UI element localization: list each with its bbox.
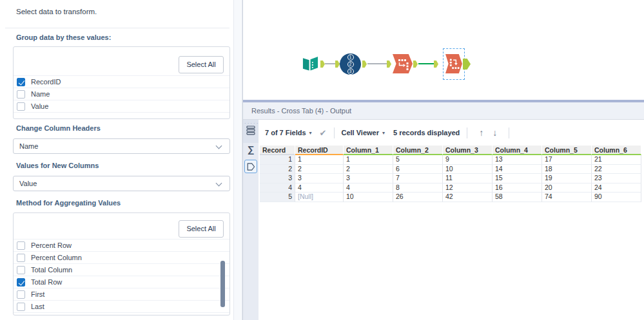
- table-cell[interactable]: 2: [295, 165, 344, 174]
- group-by-item[interactable]: RecordID: [14, 76, 229, 88]
- data-view-button[interactable]: [244, 160, 257, 173]
- aggregation-item[interactable]: Percent Row: [14, 240, 229, 252]
- toolbar-separator: [509, 127, 509, 138]
- table-cell[interactable]: [Null]: [295, 193, 344, 202]
- row-number-cell[interactable]: 2: [260, 165, 295, 174]
- table-cell[interactable]: 14: [493, 165, 542, 174]
- table-cell[interactable]: 5: [393, 155, 443, 165]
- table-cell[interactable]: 6: [393, 165, 443, 174]
- column-header[interactable]: Column_3: [443, 146, 493, 155]
- checkbox[interactable]: [17, 102, 25, 111]
- column-header[interactable]: Column_4: [493, 146, 542, 155]
- row-number-cell[interactable]: 5: [260, 193, 295, 202]
- aggregation-item[interactable]: Percent Column: [14, 252, 229, 264]
- table-cell[interactable]: 3: [344, 174, 393, 184]
- input-anchor[interactable]: [335, 61, 340, 68]
- group-by-item[interactable]: Value: [14, 100, 229, 113]
- values-for-new-columns-select[interactable]: Value: [13, 176, 230, 191]
- tool-transpose[interactable]: [393, 54, 413, 73]
- layout-dock-button[interactable]: ·····: [243, 120, 259, 143]
- checkbox[interactable]: [17, 303, 25, 311]
- table-cell[interactable]: 12: [443, 184, 493, 193]
- config-panel-scrollbar-track[interactable]: [233, 0, 242, 320]
- table-cell[interactable]: 4: [295, 184, 344, 193]
- apply-check-icon[interactable]: ✔: [320, 128, 327, 138]
- table-cell[interactable]: 21: [592, 155, 641, 165]
- table-cell[interactable]: 24: [592, 184, 641, 193]
- row-number-cell[interactable]: 1: [260, 155, 295, 165]
- transpose-icon: [396, 57, 409, 70]
- connection-wire-green[interactable]: [418, 63, 434, 64]
- table-cell[interactable]: 2: [344, 165, 393, 174]
- table-cell[interactable]: 17: [542, 155, 592, 165]
- table-cell[interactable]: 16: [493, 184, 542, 193]
- table-cell[interactable]: 18: [542, 165, 592, 174]
- table-cell[interactable]: 4: [344, 184, 393, 193]
- table-cell[interactable]: 23: [592, 174, 641, 184]
- table-cell[interactable]: 90: [592, 193, 641, 202]
- input-anchor[interactable]: [434, 61, 438, 68]
- change-column-headers-select[interactable]: Name: [13, 138, 230, 154]
- table-cell[interactable]: 22: [592, 165, 641, 174]
- table-cell[interactable]: 9: [443, 155, 493, 165]
- table-cell[interactable]: 8: [393, 184, 443, 193]
- column-header[interactable]: Column_1: [344, 146, 393, 155]
- tool-text-input[interactable]: [302, 54, 319, 75]
- column-header[interactable]: Column_2: [393, 146, 443, 155]
- aggregation-item[interactable]: Total Column: [14, 264, 229, 276]
- row-number-cell[interactable]: 4: [260, 184, 295, 193]
- group-by-select-all-button[interactable]: Select All: [179, 56, 224, 73]
- chevron-down-icon: [216, 143, 222, 149]
- cell-viewer-dropdown[interactable]: Cell Viewer ▾: [342, 129, 385, 136]
- metadata-view-button[interactable]: ∑: [243, 144, 259, 155]
- column-header[interactable]: RecordID: [295, 146, 344, 155]
- column-header[interactable]: Column_5: [542, 146, 592, 155]
- checkbox-label: Total Row: [31, 278, 62, 286]
- output-anchor[interactable]: [320, 61, 325, 68]
- table-cell[interactable]: 74: [542, 193, 592, 202]
- output-anchor[interactable]: [463, 59, 471, 70]
- tool-record-id[interactable]: 1 2 3: [340, 53, 361, 75]
- row-number-cell[interactable]: 3: [260, 174, 295, 184]
- column-header[interactable]: Record: [260, 146, 295, 155]
- aggregation-item[interactable]: First: [14, 288, 229, 301]
- checkbox[interactable]: [17, 266, 25, 274]
- checkbox[interactable]: [17, 254, 25, 262]
- table-cell[interactable]: 1: [344, 155, 393, 165]
- table-cell[interactable]: 58: [493, 193, 542, 202]
- group-by-items: RecordID Name Value: [14, 75, 229, 113]
- table-cell[interactable]: 10: [344, 193, 393, 202]
- aggregation-item[interactable]: Total Row: [14, 276, 229, 288]
- output-anchor[interactable]: [362, 61, 367, 68]
- checkbox[interactable]: [17, 241, 25, 250]
- table-cell[interactable]: 1: [295, 155, 344, 165]
- column-header[interactable]: Column_6: [592, 146, 641, 155]
- table-cell[interactable]: 42: [443, 193, 493, 202]
- table-cell[interactable]: 20: [542, 184, 592, 193]
- table-cell[interactable]: 19: [542, 174, 592, 184]
- results-header[interactable]: Results - Cross Tab (4) - Output: [243, 102, 644, 120]
- table-cell[interactable]: 11: [443, 174, 493, 184]
- checkbox[interactable]: [17, 278, 25, 287]
- table-cell[interactable]: 13: [493, 155, 542, 165]
- table-cell[interactable]: 10: [443, 165, 493, 174]
- aggregation-item[interactable]: Last: [14, 301, 229, 313]
- checkbox[interactable]: [17, 78, 25, 86]
- group-by-item[interactable]: Name: [14, 88, 229, 100]
- scroll-up-button[interactable]: ↑: [479, 127, 483, 138]
- scroll-down-button[interactable]: ↓: [493, 127, 497, 138]
- output-anchor[interactable]: [413, 61, 418, 68]
- checkbox[interactable]: [17, 90, 25, 99]
- table-cell[interactable]: 26: [393, 193, 443, 202]
- table-cell[interactable]: 15: [493, 174, 542, 184]
- checkbox[interactable]: [17, 290, 25, 299]
- aggregation-select-all-button[interactable]: Select All: [179, 220, 224, 238]
- checkbox-label: Percent Row: [31, 241, 72, 249]
- workflow-canvas[interactable]: 1 2 3: [243, 0, 644, 100]
- table-cell[interactable]: 7: [393, 174, 443, 184]
- fields-dropdown[interactable]: 7 of 7 Fields ▾: [265, 129, 312, 136]
- listbox-scrollbar-thumb[interactable]: [220, 261, 225, 307]
- connection-wire[interactable]: [367, 63, 387, 64]
- input-anchor[interactable]: [387, 61, 391, 68]
- table-cell[interactable]: 3: [295, 174, 344, 184]
